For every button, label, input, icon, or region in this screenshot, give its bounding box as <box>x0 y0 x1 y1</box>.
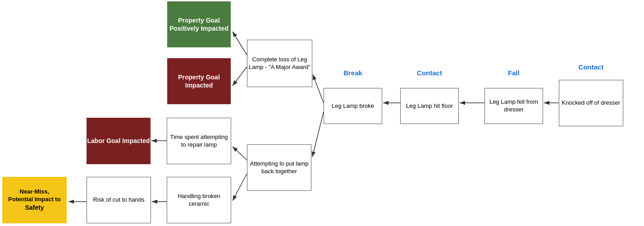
break-label: Break <box>324 69 382 77</box>
leg-lamp-hit-label: Leg Lamp hit floor <box>406 102 453 110</box>
svg-line-3 <box>313 74 324 103</box>
property-goal-positively-label: Property Goal Positively Impacted <box>167 16 231 32</box>
contact1-label: Contact <box>400 69 459 77</box>
handling-broken-box: Handling broken ceramic <box>167 177 231 223</box>
leg-lamp-broke-label: Leg Lamp broke <box>332 102 374 110</box>
diagram-container: Property Goal Positively Impacted Proper… <box>0 0 644 226</box>
fall-label: Fall <box>484 69 543 77</box>
labor-goal-impacted-box: Labor Goal Impacted <box>87 118 151 164</box>
svg-line-4 <box>233 147 247 160</box>
time-spent-box: Time spent attempting to repair lamp <box>167 118 231 164</box>
leg-lamp-fell-label: Leg Lamp fell from dresser <box>485 98 543 114</box>
property-goal-positively-box: Property Goal Positively Impacted <box>167 1 231 47</box>
knocked-off-label: Knocked off of dresser <box>562 99 621 107</box>
near-miss-label: Near-Miss,Potential Impact to Safety <box>8 188 60 212</box>
complete-loss-box: Complete loss of Leg Lamp - "A Major Awa… <box>247 40 312 87</box>
contact2-label: Contact <box>559 63 623 71</box>
risk-cut-box: Risk of cut to hands <box>87 177 151 223</box>
knocked-off-box: Knocked off of dresser <box>559 80 623 126</box>
near-miss-box: Near-Miss,Potential Impact to Safety <box>2 177 67 223</box>
time-spent-label: Time spent attempting to repair lamp <box>167 134 231 149</box>
complete-loss-label: Complete loss of Leg Lamp - "A Major Awa… <box>247 56 312 71</box>
leg-lamp-fell-box: Leg Lamp fell from dresser <box>484 88 543 124</box>
attempting-label: Attempting to put lamp back together <box>247 160 311 175</box>
svg-line-9 <box>312 112 324 157</box>
leg-lamp-broke-box: Leg Lamp broke <box>324 88 382 124</box>
attempting-box: Attempting to put lamp back together <box>247 144 311 191</box>
handling-broken-label: Handling broken ceramic <box>167 193 231 208</box>
svg-line-2 <box>233 67 247 86</box>
svg-line-6 <box>233 174 247 201</box>
svg-line-1 <box>233 32 247 55</box>
risk-cut-label: Risk of cut to hands <box>93 196 144 204</box>
property-goal-impacted-box: Property Goal Impacted <box>167 58 231 104</box>
leg-lamp-hit-box: Leg Lamp hit floor <box>400 88 459 124</box>
property-goal-impacted-label: Property Goal Impacted <box>167 73 231 89</box>
labor-goal-impacted-label: Labor Goal Impacted <box>87 137 150 145</box>
